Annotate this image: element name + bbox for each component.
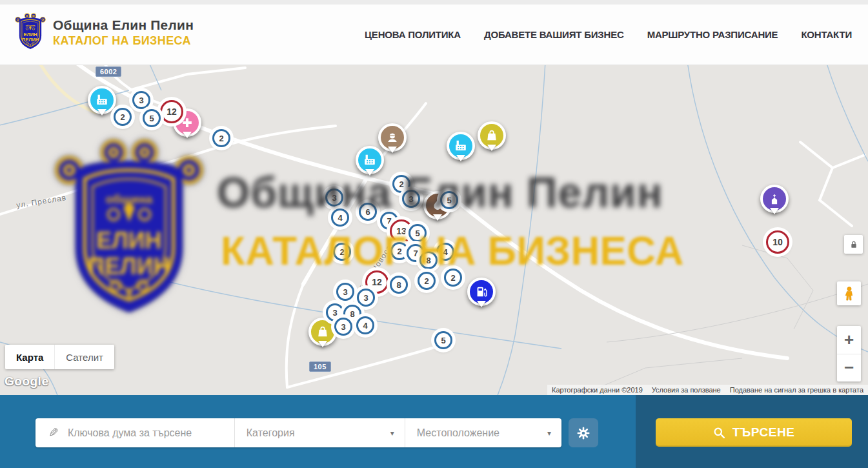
cluster-marker[interactable]: 3 [334,318,352,336]
factory-marker[interactable] [356,146,384,174]
worker-icon [385,130,399,145]
map-type-control: Карта Сателит [5,345,114,369]
report-error-link[interactable]: Подаване на сигнал за грешка в картата [725,385,868,394]
nav-item[interactable]: ЦЕНОВА ПОЛИТИКА [365,29,461,40]
advanced-search-button[interactable] [569,418,598,447]
nav-item[interactable]: КОНТАКТИ [801,29,852,40]
fuel-marker[interactable] [467,278,496,306]
cluster-marker[interactable]: 5 [440,191,458,209]
cluster-marker[interactable]: 6 [359,203,377,221]
cluster-marker[interactable]: 4 [356,316,374,334]
bag-marker[interactable] [308,318,337,346]
google-logo[interactable]: Google [5,374,48,389]
factory-marker[interactable] [88,86,116,114]
cluster-marker[interactable]: 2 [390,242,409,260]
chevron-down-icon: ▾ [390,429,394,438]
map-type-satellite-button[interactable]: Сателит [54,345,114,369]
lock-control[interactable] [844,235,863,254]
cluster-marker[interactable]: 2 [333,243,351,261]
map-attribution: Картографски данни ©2019 Условия за полз… [547,385,868,395]
zoom-control: + − [837,326,861,382]
cluster-marker[interactable]: 3 [132,91,150,109]
bag-marker[interactable] [478,121,506,150]
gear-icon [576,425,591,441]
fuel-icon [474,285,489,299]
chevron-down-icon: ▾ [547,429,551,438]
category-select[interactable]: Категория ▾ [235,418,405,447]
factory-icon [363,153,377,167]
bag-icon [316,325,330,339]
map-type-map-button[interactable]: Карта [5,345,54,369]
map-container[interactable]: 6002 105 ул. Преслав бул. „Новосел 32125… [0,65,868,395]
lock-icon [849,239,859,250]
location-select[interactable]: Местоположение ▾ [405,418,561,447]
cluster-marker[interactable]: 3 [336,283,354,301]
factory-icon [454,139,468,153]
cluster-marker[interactable]: 8 [390,276,408,294]
cluster-marker[interactable]: 5 [434,331,452,349]
search-button-label: ТЪРСЕНЕ [732,425,795,440]
cluster-marker[interactable]: 3 [357,289,375,307]
nav-item[interactable]: ДОБАВЕТЕ ВАШИЯТ БИЗНЕС [484,29,624,40]
cluster-marker[interactable]: 2 [212,129,230,147]
cluster-marker[interactable]: 5 [143,109,161,127]
factory-marker[interactable] [447,132,475,160]
page: община ЕЛИН ПЕЛИН Община Елин Пелин КАТА… [0,0,868,468]
search-icon [713,427,725,439]
site-title: Община Елин Пелин [53,17,194,33]
bag-icon [485,128,499,143]
cluster-marker[interactable]: 10 [766,230,789,254]
keyword-cell: ✎ [35,418,235,447]
worker-marker[interactable] [378,123,407,152]
zoom-in-button[interactable]: + [837,326,861,354]
cluster-marker[interactable]: 3 [325,188,343,207]
nav-item[interactable]: МАРШРУТНО РАЗПИСАНИЕ [647,29,778,40]
svg-text:ЕЛИН: ЕЛИН [23,32,37,37]
search-bar: ✎ Категория ▾ Местоположение ▾ [0,395,868,468]
pegman-icon [842,286,857,301]
site-subtitle: КАТАЛОГ НА БИЗНЕСА [53,34,194,48]
brand[interactable]: община ЕЛИН ПЕЛИН Община Елин Пелин КАТА… [14,12,194,53]
church-icon [767,192,782,206]
keyword-input[interactable] [66,427,217,440]
header: община ЕЛИН ПЕЛИН Община Елин Пелин КАТА… [0,5,868,65]
road-badge: 6002 [96,66,121,77]
attribution-copyright: Картографски данни ©2019 [547,385,647,394]
cluster-marker[interactable]: 5 [409,224,427,242]
category-select-label: Категория [247,427,295,439]
cluster-marker[interactable]: 3 [402,190,420,208]
cluster-marker[interactable]: 8 [419,251,438,269]
church-marker[interactable] [760,185,789,213]
cluster-marker[interactable]: 4 [331,209,349,227]
municipality-emblem-logo: община ЕЛИН ПЕЛИН [14,12,46,53]
svg-text:ПЕЛИН: ПЕЛИН [22,37,39,43]
search-panel: ✎ Категория ▾ Местоположение ▾ [35,418,561,447]
cluster-marker[interactable]: 2 [114,108,132,126]
cluster-marker[interactable]: 2 [418,272,436,290]
main-nav: ЦЕНОВА ПОЛИТИКАДОБАВЕТЕ ВАШИЯТ БИЗНЕСМАР… [365,5,852,65]
terms-link[interactable]: Условия за ползване [647,385,725,394]
zoom-out-button[interactable]: − [837,354,861,382]
cluster-marker[interactable]: 2 [444,269,462,287]
top-strip [0,0,868,5]
pencil-icon: ✎ [48,425,59,440]
cluster-marker[interactable]: 4 [436,243,454,261]
street-view-pegman[interactable] [837,281,861,305]
cross-icon [180,116,194,130]
factory-icon [95,93,109,107]
cluster-marker[interactable]: 12 [160,100,183,123]
location-select-label: Местоположение [417,427,500,439]
search-button[interactable]: ТЪРСЕНЕ [656,418,852,447]
road-badge: 105 [309,361,331,372]
